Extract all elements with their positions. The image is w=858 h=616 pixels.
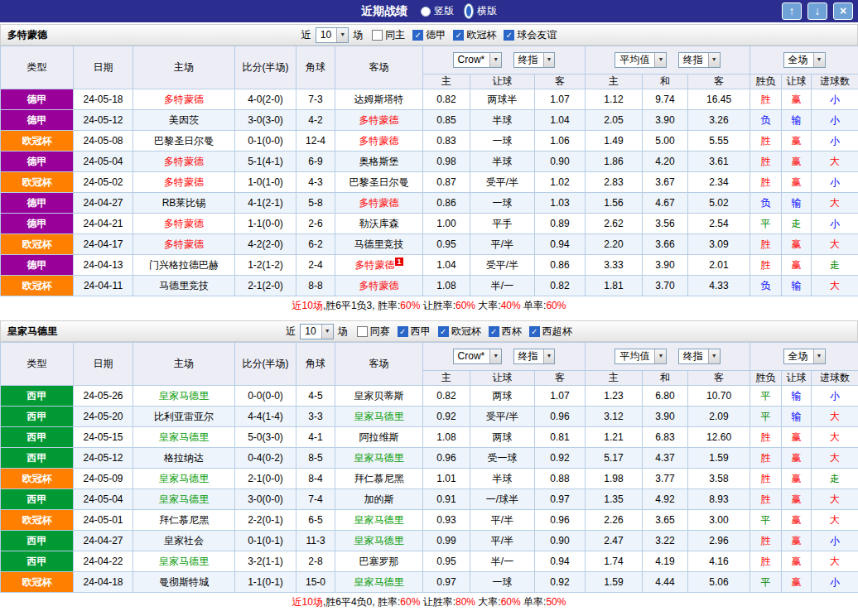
league-badge: 西甲: [1, 448, 74, 469]
filter-checkbox-西杯[interactable]: ✓西杯: [489, 325, 522, 339]
handicap: 半球: [470, 110, 535, 131]
result-goals: 小: [812, 89, 858, 110]
summary-segment: 让胜率:: [420, 596, 456, 608]
odds-home: 0.92: [423, 407, 470, 427]
avg-home: 1.74: [586, 551, 643, 572]
league-badge: 西甲: [1, 407, 74, 427]
summary-segment: 80%: [456, 596, 475, 608]
result-handicap: 走: [782, 214, 812, 234]
col-home: 主场: [133, 343, 235, 386]
col-corner: 角球: [296, 343, 335, 386]
match-date: 24-04-27: [74, 193, 133, 214]
filter-checkbox-同主[interactable]: 同主: [372, 28, 405, 42]
odds-company-select[interactable]: Crow*▼: [453, 52, 503, 68]
result-wdl: 平: [750, 214, 782, 234]
result-goals: 小: [812, 110, 858, 131]
handicap: 半/一: [470, 276, 535, 296]
handicap: 一/球半: [470, 489, 535, 510]
filter-checkbox-欧冠杯[interactable]: ✓欧冠杯: [453, 28, 496, 42]
odds-company-select[interactable]: Crow*▼: [453, 349, 503, 364]
odds-final-select[interactable]: 终指▼: [513, 52, 556, 68]
home-team: 多特蒙德: [133, 234, 235, 255]
filter-checkbox-同赛[interactable]: 同赛: [357, 325, 390, 339]
avg-home: 1.81: [586, 276, 643, 296]
summary-segment: 大率:: [475, 300, 501, 311]
avg-company-select[interactable]: 平均值▼: [615, 349, 667, 364]
odds-final-select[interactable]: 终指▼: [513, 349, 556, 364]
avg-final-select[interactable]: 终指▼: [678, 349, 721, 364]
corners: 7-3: [296, 89, 335, 110]
sub-avg-draw: 和: [643, 75, 688, 89]
avg-home: 1.59: [586, 572, 643, 593]
result-goals: 小: [812, 386, 858, 407]
summary-segment: 40%: [501, 300, 521, 311]
checkbox-icon: ✓: [504, 30, 514, 41]
home-team: 皇家马德里: [133, 427, 235, 448]
handicap: 半球: [470, 469, 535, 489]
away-team: 皇家马德里: [335, 448, 423, 469]
avg-away: 16.45: [688, 89, 750, 110]
home-team: 多特蒙德: [133, 152, 235, 172]
avg-final-select[interactable]: 终指▼: [678, 52, 721, 68]
move-up-button[interactable]: ↑: [782, 2, 802, 20]
fullmatch-select[interactable]: 全场▼: [783, 52, 826, 68]
summary-segment: ,胜6平1负3, 胜率:: [323, 300, 400, 311]
avg-draw: 3.67: [643, 172, 688, 193]
chevron-down-icon: ▼: [321, 325, 333, 339]
result-handicap: 赢: [782, 551, 812, 572]
match-row: 德甲24-04-27RB莱比锡4-1(2-1)5-8多特蒙德0.86一球1.03…: [1, 193, 858, 214]
home-team: 多特蒙德: [133, 89, 235, 110]
avg-odds-group: 平均值▼ 终指▼: [586, 343, 750, 371]
result-goals: 大: [812, 448, 858, 469]
odds-home: 0.86: [423, 193, 470, 214]
matches-table: 类型 日期 主场 比分(半场) 角球 客场 Crow*▼ 终指▼ 平均值▼ 终指…: [0, 342, 858, 593]
match-date: 24-04-17: [74, 234, 133, 255]
match-row: 欧冠杯24-04-17多特蒙德4-2(2-0)6-2马德里竞技0.95平/半0.…: [1, 234, 858, 255]
home-team: 皇家社会: [133, 531, 235, 551]
avg-away: 2.96: [688, 531, 750, 551]
score: 0-1(0-0): [235, 131, 296, 152]
close-button[interactable]: ×: [833, 2, 853, 20]
avg-home: 1.21: [586, 427, 643, 448]
odds-home: 0.95: [423, 551, 470, 572]
avg-draw: 4.37: [643, 448, 688, 469]
result-handicap: 赢: [782, 131, 812, 152]
odds-group: Crow*▼ 终指▼: [423, 46, 586, 75]
sub-away: 客: [535, 371, 586, 386]
filter-checkbox-欧冠杯[interactable]: ✓欧冠杯: [438, 325, 481, 339]
result-goals: 大: [812, 152, 858, 172]
corners: 3-3: [296, 407, 335, 427]
home-team: 比利亚雷亚尔: [133, 407, 235, 427]
filter-checkbox-西超杯[interactable]: ✓西超杯: [529, 325, 572, 339]
fullmatch-select[interactable]: 全场▼: [783, 349, 826, 364]
avg-away: 10.70: [688, 386, 750, 407]
score: 0-1(0-1): [235, 531, 296, 551]
handicap: 两球: [470, 427, 535, 448]
result-wdl: 胜: [750, 234, 782, 255]
home-team: 门兴格拉德巴赫: [133, 255, 235, 276]
period-select[interactable]: 10 ▼: [300, 324, 333, 339]
avg-company-select[interactable]: 平均值▼: [615, 52, 667, 68]
result-wdl: 胜: [750, 152, 782, 172]
match-date: 24-05-15: [74, 427, 133, 448]
league-badge: 德甲: [1, 89, 74, 110]
move-down-button[interactable]: ↓: [807, 2, 827, 20]
col-score: 比分(半场): [235, 46, 296, 89]
filter-checkbox-德甲[interactable]: ✓德甲: [412, 28, 446, 42]
odds-home: 0.82: [423, 89, 470, 110]
corners: 2-4: [296, 255, 335, 276]
view-mode-radio-竖版[interactable]: 竖版: [421, 3, 454, 19]
away-team: 阿拉维斯: [335, 427, 423, 448]
filter-checkbox-西甲[interactable]: ✓西甲: [398, 325, 431, 339]
checkbox-icon: [372, 30, 383, 41]
view-mode-radio-横版[interactable]: 横版: [464, 3, 497, 19]
corners: 2-6: [296, 214, 335, 234]
period-select[interactable]: 10 ▼: [316, 27, 349, 43]
odds-home: 1.04: [423, 255, 470, 276]
away-team: 皇家马德里: [335, 510, 423, 531]
away-team: 奥格斯堡: [335, 152, 423, 172]
checkbox-icon: [357, 326, 368, 337]
score: 4-1(2-1): [235, 193, 296, 214]
summary-segment: 单率:: [521, 300, 547, 311]
filter-checkbox-球会友谊[interactable]: ✓球会友谊: [504, 28, 557, 42]
